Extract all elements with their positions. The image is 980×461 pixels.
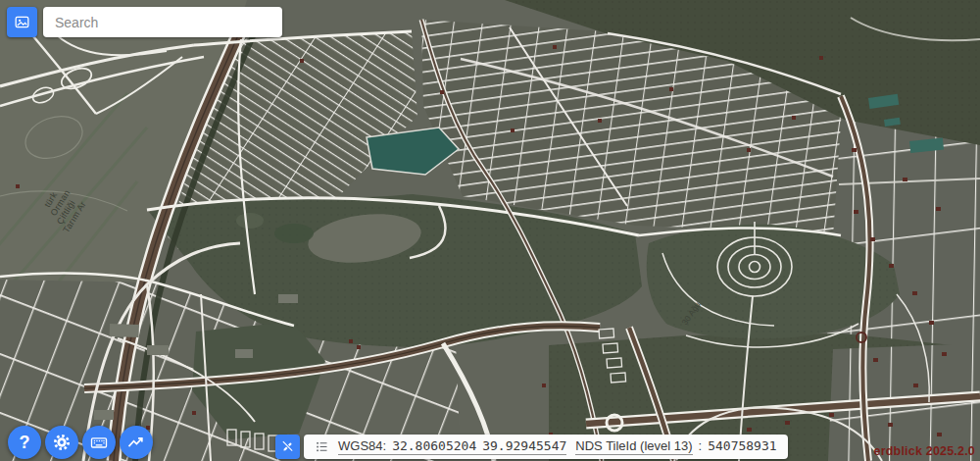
latitude-value: 39.92945547 [482, 438, 566, 453]
longitude-value: 32.80605204 [392, 438, 476, 453]
image-icon [13, 13, 31, 31]
tile-id-separator: : [699, 438, 703, 453]
gear-icon [52, 433, 72, 452]
search-area [7, 7, 282, 37]
keyboard-icon [89, 433, 109, 452]
wgs84-coordinates[interactable]: WGS84: 32.80605204 39.92945547 [338, 438, 566, 455]
settings-button[interactable] [45, 426, 78, 459]
pen-off-icon [280, 439, 295, 454]
question-icon: ? [20, 434, 30, 451]
stats-button[interactable] [120, 426, 153, 459]
layers-image-button[interactable] [7, 7, 37, 37]
tile-id-group: NDS TileId (level 13) : 540758931 [575, 438, 776, 455]
erdblick-app: türk Orman Çiftliği Tarım Ar 30 Ağu ? [0, 0, 980, 461]
search-input[interactable] [43, 7, 282, 37]
wgs84-label: WGS84: [338, 438, 386, 453]
help-button[interactable]: ? [8, 426, 41, 459]
coordinates-status-bar: WGS84: 32.80605204 39.92945547 NDS TileI… [304, 435, 788, 459]
keyboard-button[interactable] [82, 426, 116, 459]
map-canvas[interactable]: türk Orman Çiftliği Tarım Ar 30 Ağu [0, 0, 980, 461]
tile-id-value: 540758931 [708, 438, 776, 453]
version-label: erdblick 2025.2.0 [874, 444, 975, 458]
disable-editing-button[interactable] [275, 435, 300, 459]
tile-id-label[interactable]: NDS TileId (level 13) [575, 438, 692, 455]
fab-toolbar: ? [8, 426, 153, 459]
trending-up-icon [126, 433, 146, 452]
list-bulleted-icon[interactable] [315, 439, 329, 454]
